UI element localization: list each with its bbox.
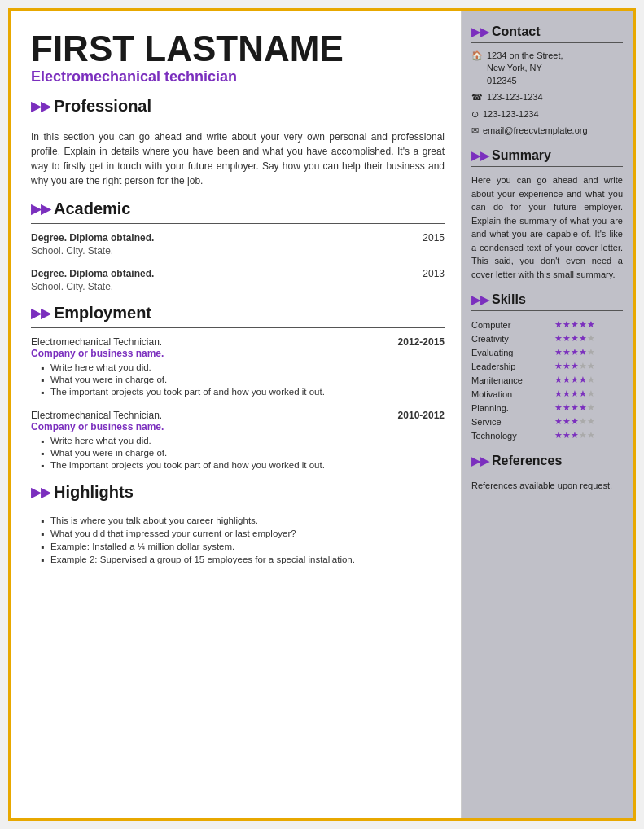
contact-arrows: ▶▶ — [471, 25, 489, 38]
summary-section: ▶▶ Summary Here you can go ahead and wri… — [471, 148, 623, 281]
bullet-2-2: What you were in charge of. — [42, 448, 445, 458]
star-filled: ★ — [571, 375, 579, 384]
skill-stars-4: ★★★★★ — [554, 373, 623, 387]
references-section: ▶▶ References References available upon … — [471, 454, 623, 493]
star-filled: ★ — [579, 402, 587, 412]
skill-name-8: Technology — [471, 428, 554, 442]
skill-row-5: Motivation★★★★★ — [471, 387, 623, 401]
employment-entry-1: Electromechanical Technician. 2012-2015 … — [31, 336, 445, 397]
highlight-2: What you did that impressed your current… — [42, 529, 445, 538]
star-filled: ★ — [563, 333, 571, 343]
job-period-1: 2012-2015 — [398, 336, 445, 348]
summary-text: Here you can go ahead and write about yo… — [471, 173, 623, 281]
star-filled: ★ — [554, 402, 563, 412]
contact-divider — [471, 42, 623, 43]
star-empty: ★ — [587, 333, 595, 343]
bullet-1-2: What you were in charge of. — [42, 375, 445, 384]
job-title-1: Electromechanical Technician. — [31, 336, 162, 348]
bullet-1-3: The important projects you took part of … — [42, 387, 445, 397]
job-bullets-2: Write here what you did. What you were i… — [31, 436, 445, 470]
name-section: FIRST LASTNAME Electromechanical technic… — [31, 31, 445, 86]
professional-arrows: ▶▶ — [31, 99, 50, 114]
highlights-header: ▶▶ Highlights — [31, 483, 445, 502]
star-filled: ★ — [571, 416, 579, 426]
star-filled: ★ — [554, 416, 563, 426]
star-filled: ★ — [571, 333, 579, 343]
academic-arrows: ▶▶ — [31, 201, 50, 217]
star-filled: ★ — [554, 375, 563, 384]
skill-row-4: Manitenance★★★★★ — [471, 373, 623, 387]
star-filled: ★ — [563, 388, 571, 398]
star-filled: ★ — [563, 402, 571, 412]
star-filled: ★ — [563, 375, 571, 384]
contact-header: ▶▶ Contact — [471, 24, 623, 39]
references-title: References — [492, 454, 562, 468]
employment-row-1: Electromechanical Technician. 2012-2015 — [31, 336, 445, 348]
star-filled: ★ — [571, 430, 579, 440]
star-filled: ★ — [563, 430, 571, 440]
professional-title: Professional — [54, 97, 151, 116]
year-2: 2013 — [423, 268, 445, 279]
star-empty: ★ — [587, 402, 595, 412]
employment-arrows: ▶▶ — [31, 305, 50, 321]
skill-name-6: Planning. — [471, 401, 554, 414]
professional-divider — [31, 121, 445, 121]
academic-header: ▶▶ Academic — [31, 200, 445, 218]
highlight-1: This is where you talk about you career … — [42, 515, 445, 525]
employment-header: ▶▶ Employment — [31, 304, 445, 322]
skill-stars-8: ★★★★★ — [554, 428, 623, 442]
star-filled: ★ — [563, 319, 571, 329]
professional-header: ▶▶ Professional — [31, 97, 445, 116]
employment-divider — [31, 327, 445, 328]
skill-row-1: Creativity★★★★★ — [471, 331, 623, 345]
job-subtitle: Electromechanical technician — [31, 68, 445, 86]
star-empty: ★ — [587, 347, 595, 357]
star-empty: ★ — [587, 388, 595, 398]
academic-title: Academic — [54, 200, 131, 218]
employment-row-2: Electromechanical Technician. 2010-2012 — [31, 410, 445, 421]
star-filled: ★ — [587, 319, 595, 329]
skill-name-1: Creativity — [471, 331, 554, 345]
skills-section: ▶▶ Skills Computer★★★★★Creativity★★★★★Ev… — [471, 292, 623, 442]
address-icon: 🏠 — [471, 50, 483, 61]
bullet-2-3: The important projects you took part of … — [42, 460, 445, 470]
references-header: ▶▶ References — [471, 454, 623, 468]
star-empty: ★ — [579, 416, 587, 426]
star-filled: ★ — [554, 347, 563, 357]
references-arrows: ▶▶ — [471, 454, 489, 467]
skill-stars-7: ★★★★★ — [554, 414, 623, 428]
job-title-2: Electromechanical Technician. — [31, 410, 162, 421]
skill-name-7: Service — [471, 414, 554, 428]
star-filled: ★ — [571, 361, 579, 371]
star-filled: ★ — [571, 319, 579, 329]
resume-page: FIRST LASTNAME Electromechanical technic… — [8, 8, 636, 821]
school-1: School. City. State. — [31, 245, 445, 257]
star-filled: ★ — [554, 388, 563, 398]
skills-title: Skills — [492, 292, 526, 307]
skill-name-2: Evaluating — [471, 345, 554, 359]
star-filled: ★ — [571, 388, 579, 398]
skill-stars-1: ★★★★★ — [554, 331, 623, 345]
skill-stars-0: ★★★★★ — [554, 318, 623, 331]
star-filled: ★ — [571, 347, 579, 357]
star-filled: ★ — [554, 361, 563, 371]
star-filled: ★ — [579, 388, 587, 398]
bullet-2-1: Write here what you did. — [42, 436, 445, 445]
star-empty: ★ — [587, 375, 595, 384]
skill-row-7: Service★★★★★ — [471, 414, 623, 428]
highlights-arrows: ▶▶ — [31, 485, 50, 500]
academic-row-1: Degree. Diploma obtained. 2015 — [31, 232, 445, 243]
summary-arrows: ▶▶ — [471, 149, 489, 162]
references-divider — [471, 472, 623, 472]
highlights-divider — [31, 507, 445, 507]
contact-address: 1234 on the Street,New York, NY012345 — [487, 50, 563, 87]
skills-divider — [471, 310, 623, 311]
skill-name-3: Leadership — [471, 359, 554, 373]
job-period-2: 2010-2012 — [398, 410, 445, 421]
professional-text: In this section you can go ahead and wri… — [31, 129, 445, 188]
skill-name-4: Manitenance — [471, 373, 554, 387]
star-filled: ★ — [554, 430, 563, 440]
skill-row-2: Evaluating★★★★★ — [471, 345, 623, 359]
bullet-1-1: Write here what you did. — [42, 362, 445, 372]
degree-1: Degree. Diploma obtained. — [31, 232, 154, 243]
